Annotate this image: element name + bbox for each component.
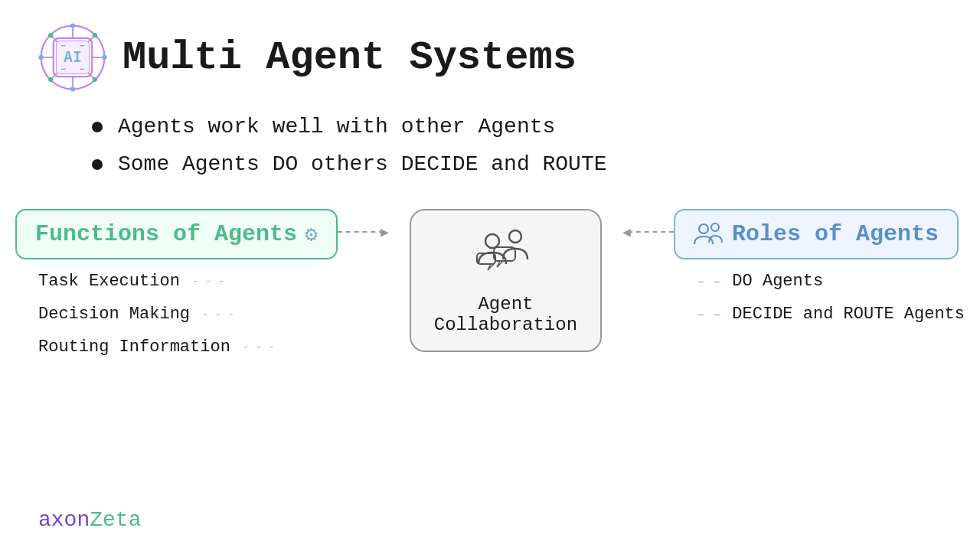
sub-item-do-label: DO Agents <box>732 272 823 291</box>
roles-icon <box>694 221 723 247</box>
bullet-dot-2 <box>92 159 103 170</box>
svg-marker-29 <box>488 264 494 270</box>
brand: axonZeta <box>38 508 141 532</box>
sub-item-decision-label: Decision Making <box>38 305 190 324</box>
roles-label: Roles of Agents <box>732 221 939 247</box>
bullet-item-2: Some Agents DO others DECIDE and ROUTE <box>92 152 942 176</box>
right-connector: ◀ <box>622 201 674 262</box>
page-title: Multi Agent Systems <box>122 35 577 80</box>
sub-item-do: – – DO Agents <box>697 272 965 291</box>
dashed-connector-1: - - - <box>192 276 224 288</box>
bullet-item-1: Agents work well with other Agents <box>92 115 942 139</box>
left-connector: ▶ <box>338 201 389 262</box>
sub-item-routing-label: Routing Information <box>38 337 230 357</box>
header: AI Multi Agent Systems <box>0 0 980 99</box>
brand-zeta: Zeta <box>90 508 141 532</box>
brand-axon: axon <box>38 508 90 532</box>
roles-box: Roles of Agents <box>674 209 959 259</box>
functions-box: Functions of Agents ⚙️ <box>15 209 338 259</box>
dashed-connector-2: - - - <box>202 308 234 321</box>
sub-item-decision: Decision Making - - - <box>38 305 275 324</box>
agent-collaboration-box: AgentCollaboration <box>410 209 602 352</box>
sub-item-routing: Routing Information - - - <box>38 337 275 357</box>
svg-point-24 <box>485 234 499 248</box>
svg-point-31 <box>711 223 719 231</box>
dashed-prefix-2: – – <box>697 307 721 322</box>
svg-point-4 <box>102 55 106 60</box>
svg-point-8 <box>93 77 97 82</box>
sub-item-task-label: Task Execution <box>38 272 180 291</box>
svg-point-2 <box>70 86 75 91</box>
bullet-text-2: Some Agents DO others DECIDE and ROUTE <box>118 152 607 176</box>
svg-point-6 <box>93 33 97 37</box>
center-section: AgentCollaboration <box>389 201 622 352</box>
collaboration-icon <box>471 226 540 283</box>
svg-text:AI: AI <box>64 48 82 66</box>
functions-sub-items: Task Execution - - - Decision Making - -… <box>15 264 275 370</box>
svg-point-7 <box>48 77 53 82</box>
svg-point-3 <box>38 55 43 60</box>
sub-item-decide-label: DECIDE and ROUTE Agents <box>732 305 965 324</box>
sub-item-decide: – – DECIDE and ROUTE Agents <box>697 305 965 324</box>
svg-marker-27 <box>497 261 503 267</box>
svg-point-30 <box>699 224 708 233</box>
dashed-connector-3: - - - <box>243 341 275 354</box>
svg-point-25 <box>509 230 521 243</box>
sub-item-task: Task Execution - - - <box>38 272 275 291</box>
logo: AI <box>38 23 107 92</box>
roles-sub-items: – – DO Agents – – DECIDE and ROUTE Agent… <box>674 264 965 337</box>
svg-point-5 <box>48 33 53 37</box>
bullet-dot-1 <box>92 122 103 132</box>
svg-point-1 <box>70 23 75 28</box>
bullet-list: Agents work well with other Agents Some … <box>0 99 980 197</box>
functions-label: Functions of Agents <box>35 221 297 247</box>
bullet-text-1: Agents work well with other Agents <box>118 115 555 139</box>
gear-icon: ⚙️ <box>305 221 318 247</box>
center-label: AgentCollaboration <box>434 294 577 335</box>
functions-section: Functions of Agents ⚙️ Task Execution - … <box>15 201 338 370</box>
roles-section: Roles of Agents – – DO Agents – – DECIDE… <box>674 201 965 337</box>
dashed-prefix-1: – – <box>697 274 721 289</box>
